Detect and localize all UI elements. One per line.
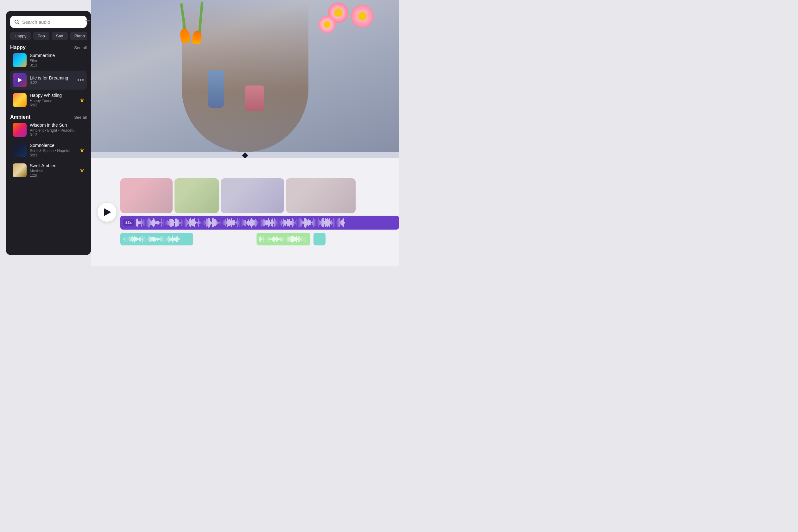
audio-panel: Happy Pop Sad Piano Jazz Bi› Happy See a… [6, 11, 91, 255]
ambient-track-list: Wisdom in the Sun Ambient • Bright • Pea… [10, 120, 87, 180]
track-info-summertime: Summertime Film 3:13 [30, 53, 84, 68]
track-info-wisdom: Wisdom in the Sun Ambient • Bright • Pea… [30, 122, 84, 137]
track-duration-whistling: 6:02 [30, 103, 77, 107]
track-sub-somnolence: Sci-fi & Space • Hopeful [30, 149, 77, 153]
track-wisdom[interactable]: Wisdom in the Sun Ambient • Bright • Pea… [10, 120, 87, 140]
tag-piano[interactable]: Piano [70, 32, 87, 40]
ambient-see-all[interactable]: See all [74, 115, 87, 120]
tag-pop[interactable]: Pop [33, 32, 50, 40]
tag-row: Happy Pop Sad Piano Jazz Bi› [10, 32, 87, 40]
track-sub-whistling: Happy Tunes [30, 98, 77, 103]
tag-sad[interactable]: Sad [52, 32, 68, 40]
track-sub-swell: Musical [30, 169, 77, 173]
track-summertime[interactable]: Summertime Film 3:13 [10, 50, 87, 70]
track-thumb-summertime [13, 53, 26, 67]
track-duration-life: 0:22 [30, 80, 74, 85]
play-icon-life [18, 78, 22, 82]
track-thumb-swell [13, 164, 26, 177]
search-icon [14, 19, 20, 25]
video-clips-row [120, 178, 399, 213]
audio-bar-purple[interactable]: 22s [120, 216, 399, 230]
play-overlay-life [13, 73, 26, 87]
timeline-play-icon [104, 208, 111, 216]
track-duration-swell: 1:29 [30, 173, 77, 178]
track-thumb-somnolence [13, 143, 26, 157]
video-clip-3[interactable] [221, 178, 284, 213]
track-happy-whistling[interactable]: Happy Whistling Happy Tunes 6:02 ♛ [10, 90, 87, 110]
search-input[interactable] [22, 19, 82, 25]
track-thumb-wisdom [13, 123, 26, 137]
happy-section-header: Happy See all [10, 45, 87, 50]
track-duration-somnolence: 5:03 [30, 153, 77, 157]
right-panel: 22s [91, 0, 399, 266]
playhead-area [91, 152, 399, 158]
track-duration-wisdom: 3:12 [30, 133, 84, 137]
audio-clip-teal-1[interactable] [120, 233, 193, 245]
svg-line-1 [18, 23, 19, 24]
track-more-life[interactable]: ••• [77, 77, 84, 83]
audio-bar-row: 22s [120, 216, 399, 230]
clips-timeline: 22s [120, 175, 399, 249]
track-somnolence[interactable]: Somnolence Sci-fi & Space • Hopeful 5:03… [10, 140, 87, 160]
track-life-dreaming[interactable]: Life is for Dreaming 0:22 ••• [10, 71, 87, 90]
filter-icon[interactable] [85, 19, 91, 25]
track-duration-summertime: 3:13 [30, 63, 84, 68]
audio-label-22s: 22s [123, 220, 134, 226]
happy-title: Happy [10, 45, 26, 50]
search-bar[interactable] [10, 16, 87, 28]
video-clip-2[interactable] [174, 178, 219, 213]
track-info-swell: Swell Ambient Musical 1:29 [30, 163, 77, 178]
track-sub-summertime: Film [30, 59, 84, 63]
timeline-play-button[interactable] [97, 203, 116, 222]
audio-clip-green[interactable] [256, 233, 310, 245]
waveform-teal-1 [120, 235, 193, 243]
tag-happy[interactable]: Happy [10, 32, 31, 40]
track-name-whistling: Happy Whistling [30, 93, 77, 98]
ambient-section: Ambient See all Wisdom in the Sun Ambien… [10, 114, 87, 180]
track-info-whistling: Happy Whistling Happy Tunes 6:02 [30, 93, 77, 107]
track-info-somnolence: Somnolence Sci-fi & Space • Hopeful 5:03 [30, 143, 77, 157]
video-clip-4[interactable] [286, 178, 356, 213]
video-clip-1[interactable] [120, 178, 173, 213]
track-info-life: Life is for Dreaming 0:22 [30, 75, 74, 85]
happy-see-all[interactable]: See all [74, 45, 87, 50]
track-name-life: Life is for Dreaming [30, 75, 74, 80]
ambient-section-header: Ambient See all [10, 114, 87, 120]
track-swell[interactable]: Swell Ambient Musical 1:29 ♛ [10, 160, 87, 180]
track-badge-swell: ♛ [80, 168, 84, 173]
waveform-purple [134, 218, 399, 227]
waveform-green [256, 235, 310, 243]
video-preview [91, 0, 399, 152]
happy-section: Happy See all Summertime Film 3:13 [10, 44, 87, 110]
secondary-audio-row [120, 232, 399, 246]
track-thumb-whistling [13, 93, 26, 107]
track-thumb-life [13, 73, 26, 87]
track-sub-wisdom: Ambient • Bright • Peaceful [30, 128, 84, 133]
playhead-line [177, 175, 177, 249]
happy-track-list: Summertime Film 3:13 Life is for Dreamin… [10, 50, 87, 110]
track-badge-somnolence: ♛ [80, 147, 84, 153]
track-name-swell: Swell Ambient [30, 163, 77, 168]
track-badge-whistling: ♛ [80, 97, 84, 103]
track-name-wisdom: Wisdom in the Sun [30, 122, 84, 128]
audio-clip-teal-2[interactable] [314, 233, 325, 245]
track-name-summertime: Summertime [30, 53, 84, 58]
ambient-title: Ambient [10, 114, 31, 120]
track-name-somnolence: Somnolence [30, 143, 77, 148]
playhead-diamond [242, 152, 248, 159]
timeline-area: 22s [91, 158, 399, 266]
